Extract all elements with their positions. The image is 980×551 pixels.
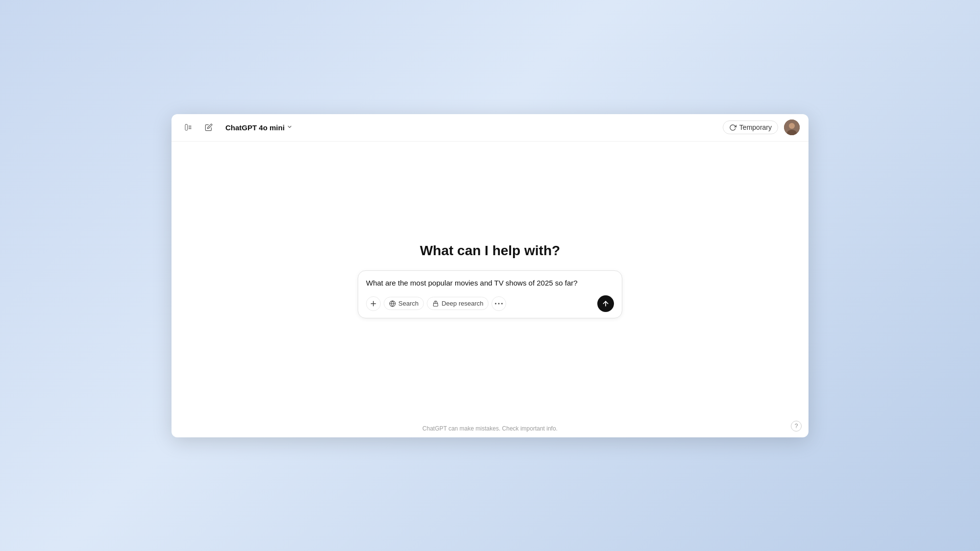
main-content: What can I help with? What are the most … <box>172 142 808 420</box>
svg-point-13 <box>498 303 500 304</box>
topbar: ChatGPT 4o mini Temporary <box>172 114 808 142</box>
sidebar-toggle-button[interactable] <box>180 120 196 135</box>
send-arrow-icon <box>602 300 610 308</box>
beaker-icon <box>432 300 439 307</box>
chat-input-container: What are the most popular movies and TV … <box>358 270 622 318</box>
send-button[interactable] <box>597 295 614 312</box>
user-avatar[interactable] <box>784 120 800 135</box>
svg-point-14 <box>501 303 503 304</box>
topbar-right: Temporary <box>723 120 800 135</box>
svg-rect-0 <box>185 124 188 130</box>
chevron-down-icon <box>287 124 293 131</box>
edit-icon <box>205 123 213 131</box>
temporary-button[interactable]: Temporary <box>723 120 778 134</box>
edit-button[interactable] <box>201 120 217 135</box>
deep-research-button[interactable]: Deep research <box>427 297 489 310</box>
deep-research-label: Deep research <box>441 300 483 307</box>
attach-button[interactable] <box>366 296 381 311</box>
plus-icon <box>369 300 377 308</box>
disclaimer-text: ChatGPT can make mistakes. Check importa… <box>422 425 558 432</box>
search-label: Search <box>398 300 418 307</box>
model-name: ChatGPT 4o mini <box>225 123 285 132</box>
app-window: ChatGPT 4o mini Temporary <box>172 114 808 437</box>
model-selector[interactable]: ChatGPT 4o mini <box>221 121 296 134</box>
chat-input-text[interactable]: What are the most popular movies and TV … <box>366 278 614 289</box>
avatar-image <box>784 120 800 135</box>
svg-point-12 <box>495 303 497 304</box>
headline: What can I help with? <box>420 243 560 259</box>
refresh-icon <box>729 124 736 131</box>
help-button[interactable]: ? <box>791 421 802 431</box>
footer: ChatGPT can make mistakes. Check importa… <box>172 420 808 437</box>
more-options-button[interactable] <box>491 296 506 311</box>
input-toolbar: Search Deep research <box>366 295 614 312</box>
sidebar-icon <box>184 123 192 131</box>
search-button[interactable]: Search <box>384 297 424 310</box>
svg-point-5 <box>789 123 795 129</box>
globe-icon <box>389 300 396 307</box>
topbar-left: ChatGPT 4o mini <box>180 120 296 135</box>
temporary-label: Temporary <box>739 123 772 131</box>
avatar-svg <box>784 120 800 135</box>
help-icon: ? <box>795 423 798 430</box>
ellipsis-icon <box>495 303 503 305</box>
